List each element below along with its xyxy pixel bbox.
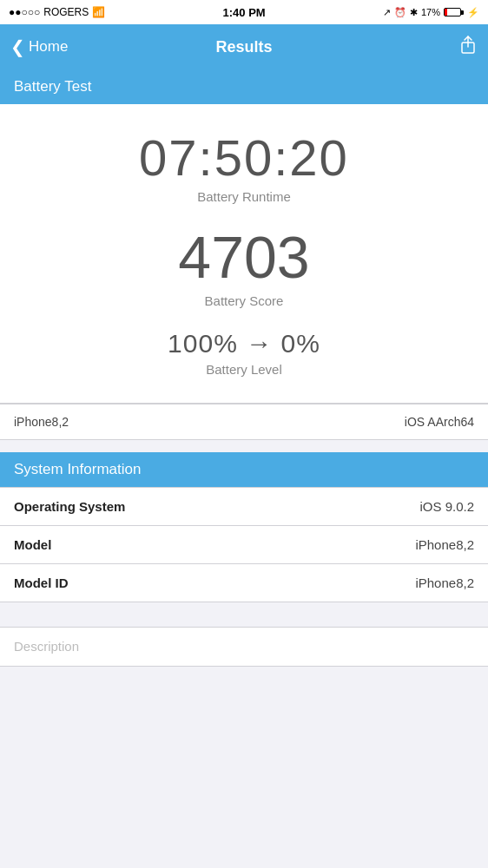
location-icon: ↗ — [383, 7, 391, 18]
level-value: 100% → 0% — [14, 329, 474, 358]
score-label: Battery Score — [14, 293, 474, 308]
bluetooth-icon: ✱ — [410, 7, 418, 18]
system-info-header: System Information — [0, 452, 488, 487]
table-row: Model iPhone8,2 — [0, 526, 488, 564]
runtime-label: Battery Runtime — [14, 189, 474, 204]
results-area: 07:50:20 Battery Runtime 4703 Battery Sc… — [0, 104, 488, 404]
model-id-value: iPhone8,2 — [415, 575, 474, 590]
back-label: Home — [29, 38, 68, 56]
table-row: Model ID iPhone8,2 — [0, 564, 488, 602]
share-button[interactable] — [458, 36, 478, 59]
model-value: iPhone8,2 — [415, 537, 474, 552]
model-label: Model — [14, 537, 51, 552]
system-info-table: Operating System iOS 9.0.2 Model iPhone8… — [0, 487, 488, 602]
chevron-left-icon: ❮ — [10, 38, 25, 56]
signal-dots: ●●○○○ — [9, 6, 40, 18]
table-row: Operating System iOS 9.0.2 — [0, 488, 488, 526]
back-button[interactable]: ❮ Home — [10, 38, 68, 56]
page-title: Results — [215, 38, 272, 56]
device-arch-label: iOS AArch64 — [405, 415, 474, 429]
runtime-value: 07:50:20 — [14, 130, 474, 186]
nav-bar: ❮ Home Results — [0, 24, 488, 69]
description-area[interactable]: Description — [0, 627, 488, 667]
description-placeholder: Description — [14, 639, 79, 654]
battery-test-header: Battery Test — [0, 69, 488, 104]
level-label: Battery Level — [14, 362, 474, 377]
device-info-row: iPhone8,2 iOS AArch64 — [0, 404, 488, 440]
charging-icon: ⚡ — [467, 7, 479, 18]
os-label: Operating System — [14, 499, 125, 514]
score-value: 4703 — [14, 225, 474, 290]
device-model-label: iPhone8,2 — [14, 415, 69, 429]
status-time: 1:40 PM — [223, 6, 266, 19]
status-bar: ●●○○○ ROGERS 📶 1:40 PM ↗ ⏰ ✱ 17% ⚡ — [0, 0, 488, 24]
wifi-icon: 📶 — [92, 6, 105, 18]
model-id-label: Model ID — [14, 575, 69, 590]
spacer — [0, 602, 488, 615]
status-right: ↗ ⏰ ✱ 17% ⚡ — [383, 7, 479, 18]
battery-pct-label: 17% — [421, 7, 440, 17]
alarm-icon: ⏰ — [394, 7, 406, 18]
status-left: ●●○○○ ROGERS 📶 — [9, 6, 105, 18]
carrier-label: ROGERS — [43, 6, 89, 18]
os-value: iOS 9.0.2 — [419, 499, 474, 514]
battery-icon — [444, 8, 464, 16]
